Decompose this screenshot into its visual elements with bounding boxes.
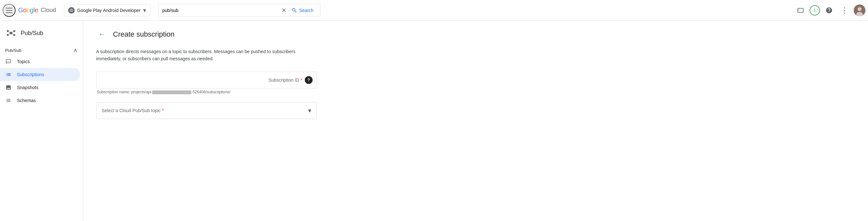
sidebar-header: Pub/Sub [0,23,83,41]
sidebar-section-header: Pub/Sub ∧ [0,44,83,55]
topic-selector[interactable]: Select a Cloud Pub/Sub topic * ▾ [96,102,317,119]
page-title: Create subscription [113,30,175,39]
project-chevron-icon: ▾ [143,7,146,14]
main-content: ← Create subscription A subscription dir… [83,21,868,221]
select-topic-label: Select a Cloud Pub/Sub topic * [102,108,308,113]
svg-point-1 [858,7,862,11]
search-clear-icon[interactable]: ✕ [281,7,286,13]
svg-point-5 [13,30,15,32]
svg-line-8 [9,32,10,32]
subscription-name-hint: Subscription name: projects/api--526406/… [96,90,317,94]
pubsub-product-icon [5,27,17,39]
terminal-icon-button[interactable] [794,4,807,17]
topic-chevron-icon: ▾ [308,107,311,114]
google-cloud-logo[interactable]: Google Cloud [18,6,56,14]
subscription-id-field: Subscription ID * ? Subscription name: p… [96,72,317,94]
search-icon [291,7,297,13]
svg-line-11 [12,34,13,34]
search-input[interactable] [162,8,279,13]
svg-point-6 [7,34,9,36]
topic-required-star: * [162,108,164,113]
svg-point-4 [7,30,9,32]
back-button[interactable]: ← [96,29,108,40]
sidebar-product-title: Pub/Sub [21,30,43,37]
search-button[interactable]: Search [289,6,316,14]
redacted-project-id [152,90,191,94]
sidebar: Pub/Sub Pub/Sub ∧ Topics Subscriptions [0,21,83,221]
subscription-id-help-icon[interactable]: ? [305,76,313,84]
avatar[interactable] [854,4,865,16]
svg-point-7 [13,34,15,36]
subscription-id-input-wrapper: Subscription ID * ? [96,72,317,88]
page-header: ← Create subscription [96,29,855,40]
sidebar-item-schemas-label: Schemas [17,98,36,103]
topics-icon [5,58,12,65]
pubsub-icon [6,28,16,38]
search-bar: ✕ Search [158,4,320,17]
project-selector[interactable]: Google Play Android Developer ▾ [64,4,150,16]
schemas-icon [5,97,12,104]
app-body: Pub/Sub Pub/Sub ∧ Topics Subscriptions [0,21,868,221]
topic-selector-field: Select a Cloud Pub/Sub topic * ▾ [96,102,317,119]
sidebar-item-snapshots-label: Snapshots [17,85,38,90]
sidebar-item-schemas[interactable]: Schemas [0,94,80,107]
subscription-id-label: Subscription ID * [269,77,302,83]
sidebar-item-snapshots[interactable]: Snapshots [0,81,80,94]
user-avatar-icon [854,4,865,16]
svg-point-3 [10,32,12,34]
subscriptions-icon [5,71,12,78]
project-name-label: Google Play Android Developer [77,8,141,13]
sidebar-item-subscriptions-label: Subscriptions [17,72,44,77]
sidebar-section-title: Pub/Sub [5,48,22,53]
subscription-id-input[interactable] [100,77,269,83]
sidebar-item-topics[interactable]: Topics [0,55,80,68]
help-button[interactable] [823,4,836,17]
snapshots-icon [5,84,12,91]
project-dot-icon [68,7,75,13]
hamburger-menu-button[interactable] [3,4,16,17]
help-circle-icon [826,7,833,14]
sidebar-collapse-button[interactable]: ∧ [73,47,78,54]
sidebar-item-topics-label: Topics [17,59,30,64]
hamburger-icon [6,8,12,13]
required-star: * [301,77,302,83]
more-options-button[interactable]: ⋮ [838,4,851,17]
terminal-icon [797,7,804,14]
top-nav: Google Cloud Google Play Android Develop… [0,0,868,21]
svg-line-9 [12,32,13,32]
page-description: A subscription directs messages on a top… [96,48,317,63]
sidebar-item-subscriptions[interactable]: Subscriptions [0,68,80,81]
notification-badge[interactable]: 1 [810,5,820,15]
svg-line-10 [9,34,10,34]
